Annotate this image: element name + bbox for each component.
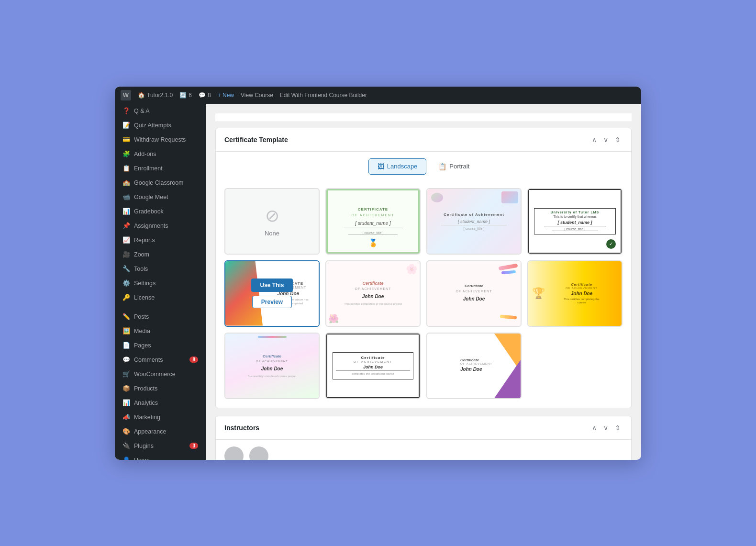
- assignments-icon: 📌: [122, 222, 130, 230]
- sidebar-item-plugins[interactable]: 🔌 Plugins 3: [115, 439, 206, 453]
- cert-tab-row: 🖼 Landscape 📋 Portrait: [216, 152, 631, 181]
- comments-link[interactable]: 💬 8: [199, 92, 211, 99]
- edit-builder-link[interactable]: Edit With Frontend Course Builder: [280, 92, 367, 99]
- sidebar-label-products: Products: [134, 385, 157, 392]
- plugins-icon: 🔌: [122, 442, 130, 450]
- cert-mock-7: 🏆 Certificate of Achievement John Doe Th…: [528, 261, 622, 326]
- cert-card-2[interactable]: Certificate of Achievement [ student_nam…: [426, 188, 522, 255]
- sidebar-label-marketing: Marketing: [134, 414, 160, 421]
- sidebar-label-qa: Q & A: [134, 108, 150, 114]
- panel-collapse-up-btn[interactable]: ∧: [590, 135, 599, 145]
- use-this-button[interactable]: Use This: [251, 279, 292, 292]
- portrait-icon: 📋: [438, 163, 446, 170]
- tab-landscape-label: Landscape: [387, 163, 418, 170]
- cert-card-5[interactable]: 🌸 🌺 Certificate of Achievement John Doe …: [325, 260, 421, 327]
- cert-card-1[interactable]: Certificate of Achievement [ student_nam…: [325, 188, 421, 255]
- cert-card-10[interactable]: Certificate of Achievement John Doe: [426, 333, 522, 399]
- sidebar-label-woo: WooCommerce: [134, 371, 176, 378]
- cert-card-3[interactable]: University of Tutor LMS This is to certi…: [527, 188, 623, 255]
- cert-mock-6: Certificate of Achievement John Doe: [427, 261, 521, 326]
- license-icon: 🔑: [122, 294, 130, 301]
- sidebar-item-enrollment[interactable]: 📋 Enrollment: [115, 161, 206, 176]
- content-area: Certificate Template ∧ ∨ ⇕ 🖼 Landscape 📋: [206, 104, 641, 460]
- settings-tutor-icon: ⚙️: [122, 279, 130, 287]
- tab-landscape[interactable]: 🖼 Landscape: [368, 158, 427, 175]
- updates-icon: 🔄: [179, 92, 187, 99]
- media-icon: 🖼️: [122, 327, 130, 335]
- sidebar-item-withdraw[interactable]: 💳 Withdraw Requests: [115, 133, 206, 147]
- marketing-icon: 📣: [122, 413, 130, 421]
- sidebar-item-marketing[interactable]: 📣 Marketing: [115, 410, 206, 424]
- sidebar-item-google-classroom[interactable]: 🏫 Google Classroom: [115, 176, 206, 190]
- sidebar-label-plugins: Plugins: [134, 443, 154, 449]
- cert-card-9[interactable]: Certificate of Achievement John Doe comp…: [325, 333, 421, 399]
- instructors-panel-header: Instructors ∧ ∨ ⇕: [216, 416, 631, 440]
- panel-collapse-down-btn[interactable]: ∨: [601, 135, 610, 145]
- view-course-link[interactable]: View Course: [241, 92, 273, 99]
- tab-portrait[interactable]: 📋 Portrait: [429, 158, 478, 175]
- none-label: None: [265, 230, 279, 237]
- gmeet-icon: 📹: [122, 193, 130, 201]
- instructors-expand-btn[interactable]: ⇕: [613, 423, 623, 433]
- site-name-link[interactable]: 🏠 Tutor2.1.0: [138, 92, 173, 99]
- preview-button[interactable]: Preview: [252, 296, 292, 308]
- sidebar-item-woocommerce[interactable]: 🛒 WooCommerce: [115, 367, 206, 381]
- instructors-collapse-down-btn[interactable]: ∨: [601, 423, 610, 433]
- sidebar-item-products[interactable]: 📦 Products: [115, 381, 206, 396]
- cert-card-4[interactable]: ✓ CERTIFICATE OF ACHIEVEMENT John Doe Th…: [224, 260, 320, 327]
- comments-sidebar-icon: 💬: [122, 356, 130, 364]
- sidebar-item-pages[interactable]: 📄 Pages: [115, 338, 206, 353]
- analytics-icon: 📊: [122, 399, 130, 407]
- cert-card-6[interactable]: Certificate of Achievement John Doe: [426, 260, 522, 327]
- posts-icon: ✏️: [122, 313, 130, 321]
- wp-logo-icon[interactable]: W: [121, 90, 131, 100]
- cert-mock-9: Certificate of Achievement John Doe comp…: [326, 334, 420, 398]
- sidebar-item-users[interactable]: 👤 Users: [115, 453, 206, 460]
- instructors-collapse-up-btn[interactable]: ∧: [590, 423, 599, 433]
- sidebar-label-withdraw: Withdraw Requests: [134, 136, 186, 143]
- sidebar-item-license[interactable]: 🔑 License: [115, 290, 206, 305]
- instructors-panel: Instructors ∧ ∨ ⇕: [215, 416, 632, 460]
- sidebar-label-quiz: Quiz Attempts: [134, 122, 171, 129]
- sidebar-item-reports[interactable]: 📈 Reports: [115, 233, 206, 247]
- cert-card-none[interactable]: ⊘ None: [224, 188, 320, 255]
- gclassroom-icon: 🏫: [122, 179, 130, 187]
- sidebar-item-media[interactable]: 🖼️ Media: [115, 324, 206, 338]
- updates-link[interactable]: 🔄 6: [179, 92, 192, 99]
- cert-card-7[interactable]: 🏆 Certificate of Achievement John Doe Th…: [527, 260, 623, 327]
- sidebar-item-comments[interactable]: 💬 Comments 8: [115, 353, 206, 367]
- withdraw-icon: 💳: [122, 136, 130, 144]
- instructors-panel-controls: ∧ ∨ ⇕: [590, 423, 623, 433]
- new-content-link[interactable]: + New: [218, 92, 234, 99]
- sidebar-item-analytics[interactable]: 📊 Analytics: [115, 396, 206, 410]
- landscape-icon: 🖼: [378, 163, 384, 170]
- sidebar-label-assignments: Assignments: [134, 223, 168, 229]
- cert-card-8[interactable]: Certificate of Achievement John Doe Succ…: [224, 333, 320, 399]
- sidebar-label-settings-tutor: Settings: [134, 280, 156, 287]
- cert-mock-3: University of Tutor LMS This is to certi…: [528, 189, 622, 254]
- panel-expand-btn[interactable]: ⇕: [613, 135, 623, 145]
- certificate-template-panel: Certificate Template ∧ ∨ ⇕ 🖼 Landscape 📋: [215, 128, 632, 408]
- sidebar-label-gmeet: Google Meet: [134, 194, 168, 201]
- sidebar-label-enrollment: Enrollment: [134, 165, 163, 172]
- users-icon: 👤: [122, 457, 130, 460]
- certificate-panel-header: Certificate Template ∧ ∨ ⇕: [216, 128, 631, 152]
- sidebar-item-posts[interactable]: ✏️ Posts: [115, 310, 206, 324]
- sidebar-label-addons: Add-ons: [134, 151, 156, 157]
- sidebar-label-gclassroom: Google Classroom: [134, 179, 184, 186]
- top-strip: [215, 113, 632, 122]
- sidebar-item-appearance[interactable]: 🎨 Appearance: [115, 424, 206, 439]
- sidebar-item-tools-tutor[interactable]: 🔧 Tools: [115, 262, 206, 276]
- certificate-grid: ⊘ None Certificate of Achievement [ stud…: [216, 181, 631, 408]
- sidebar-item-assignments[interactable]: 📌 Assignments: [115, 219, 206, 233]
- sidebar-label-gradebook: Gradebook: [134, 208, 164, 215]
- certificate-panel-controls: ∧ ∨ ⇕: [590, 135, 623, 145]
- sidebar-item-settings-tutor[interactable]: ⚙️ Settings: [115, 276, 206, 290]
- sidebar-item-zoom[interactable]: 🎥 Zoom: [115, 247, 206, 262]
- sidebar-item-gradebook[interactable]: 📊 Gradebook: [115, 204, 206, 219]
- sidebar-item-google-meet[interactable]: 📹 Google Meet: [115, 190, 206, 204]
- sidebar-item-quiz-attempts[interactable]: 📝 Quiz Attempts: [115, 118, 206, 133]
- instructor-avatar-2: [249, 446, 268, 460]
- sidebar-item-qa[interactable]: ❓ Q & A: [115, 104, 206, 118]
- sidebar-item-addons[interactable]: 🧩 Add-ons: [115, 147, 206, 161]
